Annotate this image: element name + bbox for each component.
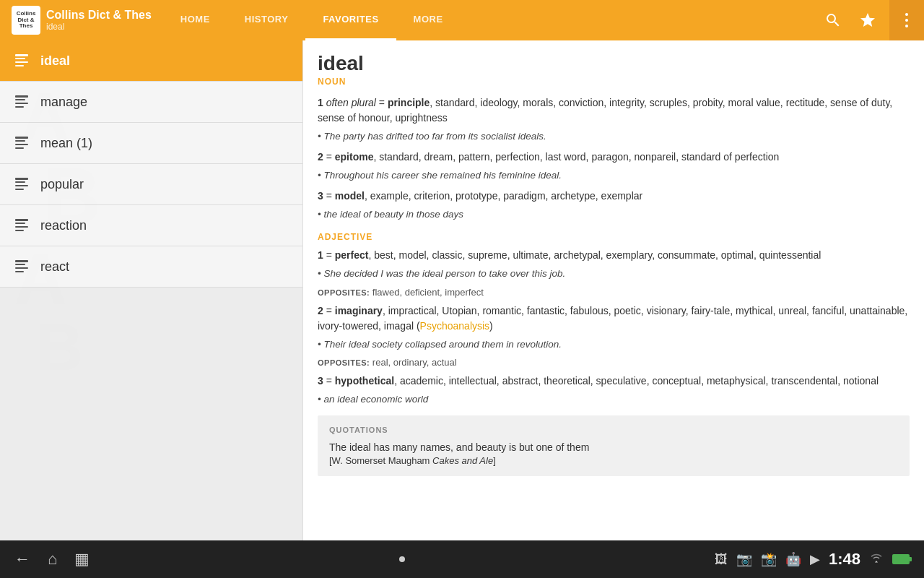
sidebar-item-icon-reaction [12,215,32,236]
home-icon[interactable]: ⌂ [48,550,57,569]
adj-def-1-text: 1 = perfect, best, model, classic, supre… [318,249,821,261]
sidebar-label-ideal: ideal [40,53,70,69]
sidebar-item-popular[interactable]: popular [0,164,302,205]
search-button[interactable] [817,4,849,36]
top-bar: Collins Dict & Thes Collins Dict & Thes … [0,0,924,40]
svg-rect-10 [15,106,24,108]
svg-rect-20 [15,223,25,224]
svg-rect-11 [15,137,28,139]
quotation-source: [W. Somerset Maugham Cakes and Ale] [329,455,898,466]
svg-rect-26 [15,271,24,272]
noun-def-3-text: 3 = model, example, criterion, prototype… [318,190,642,202]
svg-rect-16 [15,181,25,183]
sidebar-label-mean1: mean (1) [40,136,92,151]
more-button[interactable] [889,0,924,40]
back-icon[interactable]: ← [14,550,30,569]
noun-def-1: 1 often plural = principle, standard, id… [318,95,910,126]
svg-rect-8 [15,99,25,100]
svg-rect-14 [15,147,24,149]
sidebar-item-icon-mean1 [12,133,32,153]
sys-nav-buttons: ← ⌂ ▦ [14,550,90,569]
main-area: A B A B ideal manage mean (1) [0,40,924,540]
svg-rect-23 [15,260,28,262]
camera-icon: 📸 [761,551,777,567]
tab-favorites[interactable]: FAVORITES [305,0,396,40]
quotation-end: ] [493,455,496,466]
noun-def-2: 2 = epitome, standard, dream, pattern, p… [318,150,910,165]
svg-point-0 [905,13,908,16]
quotation-book: Cakes and Ale [432,455,493,466]
system-time: 1:48 [829,550,860,569]
psychoanalysis-link[interactable]: Psychoanalysis [420,320,490,332]
top-actions [811,4,889,36]
quotation-text: The ideal has many names, and beauty is … [329,440,898,455]
svg-rect-5 [15,61,28,63]
wifi-icon [869,552,884,567]
adj-def-2: 2 = imaginary, impractical, Utopian, rom… [318,303,910,334]
sidebar-item-icon-manage [12,92,32,112]
svg-rect-22 [15,230,24,231]
adjective-label: ADJECTIVE [318,232,910,242]
app-title: Collins Dict & Thes [46,9,152,22]
sidebar-item-mean1[interactable]: mean (1) [0,123,302,164]
quotation-source-text: [W. Somerset Maugham [329,455,432,466]
noun-def-2-example: • Throughout his career she remained his… [318,169,910,183]
favorite-button[interactable] [852,4,884,36]
sidebar-label-reaction: reaction [40,218,87,233]
svg-rect-6 [15,65,24,66]
app-icon: Collins Dict & Thes [12,6,40,35]
sidebar-item-ideal[interactable]: ideal [0,40,302,82]
adj-def-2-example: • Their ideal society collapsed around t… [318,338,910,352]
play-icon: ▶ [810,551,820,567]
sidebar-item-manage[interactable]: manage [0,82,302,123]
svg-rect-21 [15,226,28,228]
app-subtitle: ideal [46,22,152,32]
svg-rect-13 [15,144,28,145]
svg-rect-7 [15,95,28,98]
svg-point-2 [905,25,908,27]
sidebar: A B A B ideal manage mean (1) [0,40,303,540]
tab-home[interactable]: HOME [163,0,227,40]
photo-icon: 🖼 [715,552,728,567]
adj-def-3-text: 3 = hypothetical, academic, intellectual… [318,375,879,387]
app-title-area: Collins Dict & Thes ideal [46,9,152,32]
recents-icon[interactable]: ▦ [74,550,90,569]
word-pos-noun: NOUN [318,77,910,87]
adj-def-1-opposites: OPPOSITES: flawed, deficient, imperfect [318,287,910,298]
tab-more[interactable]: MORE [396,0,461,40]
quotations-box: QUOTATIONS The ideal has many names, and… [318,415,910,476]
svg-rect-4 [15,58,25,59]
svg-rect-9 [15,103,28,104]
noun-def-1-example: • The party has drifted too far from its… [318,130,910,144]
gallery-icon: 📷 [736,551,752,567]
svg-rect-18 [15,189,24,190]
adj-def-1-example: • She decided I was the ideal person to … [318,267,910,281]
svg-rect-24 [15,264,25,265]
svg-rect-12 [15,140,25,142]
noun-def-1-text: 1 often plural = principle, standard, id… [318,97,892,124]
svg-rect-25 [15,267,28,269]
sidebar-item-react[interactable]: react [0,246,302,288]
adj-def-1: 1 = perfect, best, model, classic, supre… [318,248,910,263]
system-bar: ← ⌂ ▦ 🖼 📷 📸 🤖 ▶ 1:48 [0,540,924,578]
android-icon: 🤖 [785,551,801,567]
sidebar-item-reaction[interactable]: reaction [0,205,302,246]
adj-def-3-example: • an ideal economic world [318,393,910,407]
svg-rect-19 [15,219,28,221]
sys-center [399,556,405,562]
adj-def-2-text: 2 = imaginary, impractical, Utopian, rom… [318,305,907,332]
sidebar-item-icon-popular [12,174,32,194]
svg-rect-3 [15,54,28,56]
tab-history[interactable]: HISTORY [227,0,306,40]
nav-tabs: HOME HISTORY FAVORITES MORE [163,0,811,40]
dictionary-content: ideal NOUN 1 often plural = principle, s… [303,40,924,540]
sidebar-label-manage: manage [40,95,87,110]
svg-point-1 [905,19,908,22]
adj-def-2-opposites: OPPOSITES: real, ordinary, actual [318,357,910,368]
battery-icon [892,554,910,564]
svg-rect-15 [15,178,28,180]
sidebar-item-icon-react [12,256,32,277]
word-title: ideal [318,52,910,75]
noun-def-3: 3 = model, example, criterion, prototype… [318,189,910,204]
noun-def-2-text: 2 = epitome, standard, dream, pattern, p… [318,151,779,163]
